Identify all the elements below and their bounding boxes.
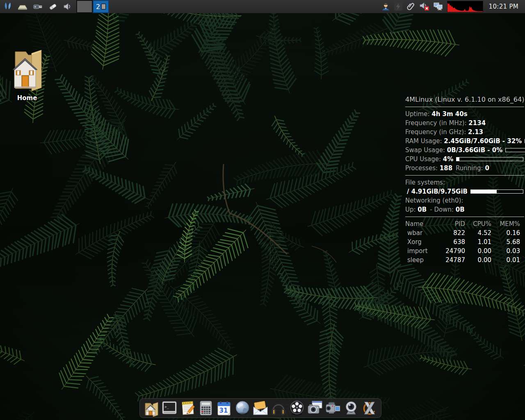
dock-item-webcam[interactable]	[342, 399, 360, 417]
filesystems-header-row: File systems:	[405, 178, 525, 187]
dock-item-screenshot-camera[interactable]	[306, 399, 324, 417]
home-folder-icon	[142, 399, 160, 417]
network-rates-row: Up: 0B - Down: 0B	[405, 205, 525, 214]
process-name: sleep	[405, 256, 441, 265]
power-bolt-icon[interactable]	[394, 0, 403, 13]
globe-browser-icon	[233, 399, 251, 417]
volume-muted-glyph	[419, 2, 430, 11]
cpu-value: 4%	[443, 155, 453, 164]
cpu-history-graph-icon[interactable]	[447, 1, 483, 12]
processes-label: Processes:	[405, 164, 440, 173]
divider	[405, 175, 524, 176]
speaker-icon[interactable]	[62, 0, 72, 13]
processes-row: Processes: 188 Running: 0	[405, 164, 525, 173]
uptime-value: 4h 3m 40s	[431, 110, 467, 119]
user-glyph	[381, 2, 390, 11]
fs-root-row: / 4.91GiB/9.75GiB	[405, 187, 525, 196]
dock-item-home-folder[interactable]	[142, 399, 160, 417]
dock-item-web-browser[interactable]	[233, 399, 251, 417]
process-cpu: 4.52	[465, 228, 491, 237]
whistle-glyph	[48, 2, 58, 11]
speaker-glyph	[62, 2, 72, 11]
dock-item-terminal[interactable]: >_	[160, 399, 178, 417]
desktop-icon-home[interactable]: Home	[8, 45, 46, 102]
ram-row: RAM Usage: 2.45GiB/7.60GiB - 32%	[405, 137, 525, 146]
process-mem: 5.68	[491, 237, 520, 247]
workspace-2-label: 2	[96, 3, 100, 11]
paperclip-icon[interactable]	[406, 0, 416, 13]
volume-muted-icon[interactable]	[419, 0, 430, 13]
ram-label: RAM Usage:	[405, 137, 444, 146]
film-reel-icon	[288, 399, 306, 417]
dock-item-email[interactable]	[251, 399, 269, 417]
4mlinux-logo-icon[interactable]	[3, 0, 12, 13]
dock-item-video-recorder[interactable]	[324, 399, 342, 417]
col-header-pid: PID	[441, 219, 465, 228]
filesystems-header: File systems:	[405, 178, 445, 187]
disc-tray-icon[interactable]	[17, 0, 28, 13]
paperclip-glyph	[406, 2, 416, 11]
desktop-icon-label: Home	[17, 94, 37, 102]
network-monitors-icon[interactable]	[433, 0, 444, 13]
cpu-history-glyph	[447, 1, 483, 12]
workspace-pager: 2	[76, 0, 109, 13]
uptime-row: Uptime: 4h 3m 40s	[405, 110, 525, 119]
dock-item-calendar[interactable]: 31	[215, 399, 233, 417]
process-pid: 638	[441, 237, 465, 247]
processes-value: 188	[440, 164, 452, 173]
col-header-cpu: CPU%	[465, 219, 491, 228]
camcorder-icon	[324, 399, 342, 417]
panel-clock[interactable]: 10:21 PM	[486, 3, 522, 10]
down-label: - Down:	[430, 205, 456, 214]
camera-icon	[306, 399, 324, 417]
process-cpu: 0.00	[465, 247, 491, 256]
workspace-window-thumb	[101, 4, 106, 9]
col-header-mem: MEM%	[491, 219, 520, 228]
uptime-label: Uptime:	[405, 110, 431, 119]
4mlinux-logo-glyph	[3, 2, 12, 11]
cpu-label: CPU Usage:	[405, 155, 443, 164]
ram-value: 2.45GiB/7.60GiB - 32%	[444, 137, 522, 146]
panel-left-tray	[0, 0, 72, 13]
process-name: Xorg	[405, 237, 441, 247]
email-envelope-icon	[251, 399, 269, 417]
process-mem: 0.01	[491, 256, 520, 265]
headphones-icon	[269, 399, 288, 417]
cpu-row: CPU Usage: 4%	[405, 155, 525, 164]
process-mem: 0.16	[491, 228, 520, 237]
process-name: wbar	[405, 228, 441, 237]
workspace-1[interactable]	[76, 0, 93, 13]
terminal-icon: >_	[160, 399, 178, 417]
freq-mhz-value: 2134	[468, 119, 486, 128]
fs-root-bar	[470, 189, 523, 194]
webcam-icon	[342, 399, 360, 417]
networking-header: Networking (eth0):	[405, 196, 463, 205]
usb-drive-glyph	[33, 2, 43, 11]
dock-item-movie-player[interactable]	[288, 399, 306, 417]
swap-usage-bar	[505, 148, 525, 152]
dock-item-calculator[interactable]	[197, 399, 215, 417]
usb-drive-icon[interactable]	[33, 0, 43, 13]
freq-ghz-value: 2.13	[468, 128, 483, 137]
process-table: Name PID CPU% MEM% wbar 822 4.52 0.16 Xo…	[405, 219, 525, 265]
cpu-usage-bar	[456, 157, 523, 161]
home-folder-icon	[10, 45, 44, 94]
user-icon[interactable]	[381, 0, 390, 13]
swap-value: 0B/3.66GiB - 0%	[447, 146, 502, 155]
up-value: 0B	[418, 205, 427, 214]
process-cpu: 0.00	[465, 256, 491, 265]
divider	[405, 217, 524, 217]
workspace-2[interactable]: 2	[93, 0, 109, 13]
calendar-icon: 31	[215, 399, 233, 417]
terminal-prompt-text: >_	[164, 405, 169, 409]
freq-mhz-row: Frequency (in MHz): 2134	[405, 119, 525, 128]
dock-item-text-editor[interactable]	[179, 399, 197, 417]
process-name: import	[405, 247, 441, 256]
whistle-icon[interactable]	[48, 0, 58, 13]
disc-tray-glyph	[17, 2, 28, 11]
dock-item-x-window-system[interactable]	[361, 399, 379, 417]
swap-label: Swap Usage:	[405, 146, 447, 155]
notepad-pencil-icon	[179, 399, 197, 417]
dock-item-audio-player[interactable]	[269, 399, 288, 417]
swap-row: Swap Usage: 0B/3.66GiB - 0%	[405, 146, 525, 155]
